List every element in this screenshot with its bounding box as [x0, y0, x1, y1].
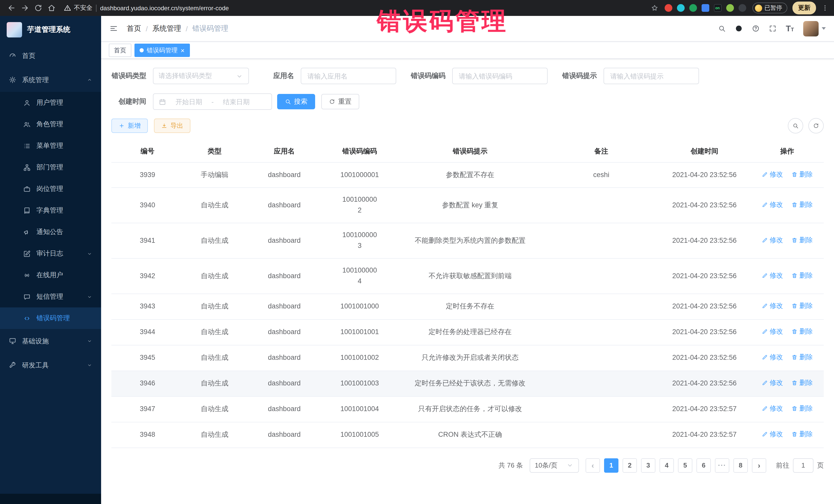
sidebar-item-用户管理[interactable]: 用户管理: [0, 92, 101, 113]
app-name-input[interactable]: [301, 68, 396, 84]
reset-button[interactable]: 重置: [321, 94, 359, 109]
sidebar-item-字典管理[interactable]: 字典管理: [0, 200, 101, 221]
error-code-input[interactable]: [452, 68, 548, 84]
cell-id: 3939: [111, 162, 184, 188]
edit-link[interactable]: 修改: [761, 270, 783, 281]
page-button-3[interactable]: 3: [641, 458, 655, 473]
browser-update-button[interactable]: 更新: [792, 2, 816, 14]
browser-back-icon[interactable]: [5, 2, 18, 14]
edit-link[interactable]: 修改: [761, 235, 783, 245]
cell-hint: 参数配置不存在: [396, 162, 544, 188]
sidebar-toggle-icon[interactable]: [109, 24, 118, 33]
sidebar-item-部门管理[interactable]: 部门管理: [0, 156, 101, 178]
fullscreen-icon[interactable]: [769, 25, 776, 32]
delete-link[interactable]: 删除: [791, 326, 813, 337]
page-button-6[interactable]: 6: [697, 458, 711, 473]
delete-link[interactable]: 删除: [791, 429, 813, 439]
page-button-1[interactable]: 1: [604, 458, 618, 473]
browser-home-icon[interactable]: [45, 2, 58, 14]
edit-link[interactable]: 修改: [761, 429, 783, 439]
sidebar-item-基础设施[interactable]: 基础设施: [0, 329, 101, 353]
delete-link[interactable]: 删除: [791, 270, 813, 281]
cell-time: 2021-04-20 23:52:56: [658, 258, 750, 294]
extension-icon[interactable]: [701, 4, 709, 12]
extension-icon[interactable]: [677, 4, 684, 12]
extension-icon[interactable]: [664, 4, 672, 12]
sidebar-item-角色管理[interactable]: 角色管理: [0, 113, 101, 135]
refresh-table-button[interactable]: [808, 118, 824, 133]
breadcrumb-item[interactable]: 首页: [127, 24, 141, 33]
delete-link[interactable]: 删除: [791, 352, 813, 363]
cell-code: 1001000003: [323, 223, 396, 259]
filter-label: 错误码类型: [111, 71, 146, 81]
search-toggle-button[interactable]: [788, 118, 803, 133]
sidebar-item-错误码管理[interactable]: 错误码管理: [0, 307, 101, 329]
tools-icon: [9, 361, 17, 369]
delete-link[interactable]: 删除: [791, 235, 813, 245]
font-size-icon[interactable]: TT: [786, 24, 794, 32]
sidebar-item-通知公告[interactable]: 通知公告: [0, 221, 101, 243]
page-button-5[interactable]: 5: [678, 458, 692, 473]
address-bar[interactable]: 不安全 dashboard.yudao.iocoder.cn/system/er…: [64, 4, 658, 12]
error-hint-input[interactable]: [603, 68, 699, 84]
delete-link[interactable]: 删除: [791, 403, 813, 414]
tab-首页[interactable]: 首页: [109, 44, 131, 57]
start-date-input[interactable]: [170, 98, 208, 106]
page-button-2[interactable]: 2: [622, 458, 637, 473]
github-icon[interactable]: [735, 25, 743, 32]
edit-link[interactable]: 修改: [761, 301, 783, 311]
user-menu[interactable]: [803, 21, 826, 36]
next-page-button[interactable]: ›: [752, 458, 766, 473]
search-button[interactable]: 搜索: [277, 94, 315, 109]
bookmark-star-icon[interactable]: [651, 4, 658, 12]
delete-link[interactable]: 删除: [791, 200, 813, 210]
extension-icon[interactable]: [726, 4, 734, 12]
browser-menu-icon[interactable]: [821, 4, 829, 12]
page-size-select[interactable]: 10条/页: [530, 458, 579, 473]
browser-forward-icon[interactable]: [19, 2, 31, 14]
edit-link[interactable]: 修改: [761, 200, 783, 210]
edit-link[interactable]: 修改: [761, 326, 783, 337]
end-date-input[interactable]: [217, 98, 255, 106]
extension-on-icon[interactable]: on: [714, 4, 721, 12]
cell-type: 自动生成: [184, 396, 246, 422]
app-logo[interactable]: 芋道管理系统: [0, 16, 101, 44]
sidebar-item-菜单管理[interactable]: 菜单管理: [0, 135, 101, 156]
sidebar-item-研发工具[interactable]: 研发工具: [0, 353, 101, 377]
extensions-puzzle-icon[interactable]: [738, 4, 746, 12]
edit-link[interactable]: 修改: [761, 352, 783, 363]
edit-link[interactable]: 修改: [761, 169, 783, 179]
extension-icon[interactable]: [689, 4, 697, 12]
close-tab-icon[interactable]: ×: [181, 47, 184, 53]
breadcrumb-item[interactable]: 系统管理: [152, 24, 181, 33]
header-search-icon[interactable]: [718, 25, 726, 32]
browser-reload-icon[interactable]: [32, 2, 44, 14]
cell-remark: [544, 294, 659, 320]
sidebar-item-短信管理[interactable]: 短信管理: [0, 286, 101, 307]
more-pages-button[interactable]: ···: [715, 458, 729, 473]
edit-link[interactable]: 修改: [761, 378, 783, 388]
security-warning[interactable]: 不安全: [64, 4, 92, 12]
tab-错误码管理[interactable]: 错误码管理×: [134, 44, 190, 57]
cell-hint: 只允许修改为开启或者关闭状态: [396, 345, 544, 371]
delete-link[interactable]: 删除: [791, 378, 813, 388]
page-button-4[interactable]: 4: [659, 458, 674, 473]
sidebar-item-审计日志[interactable]: 审计日志: [0, 243, 101, 264]
delete-link[interactable]: 删除: [791, 169, 813, 179]
goto-page-input[interactable]: [793, 458, 813, 473]
profile-paused-badge[interactable]: 已暂停: [752, 3, 787, 13]
cell-id: 3945: [111, 345, 184, 371]
date-range-picker[interactable]: -: [153, 93, 272, 110]
page-button-8[interactable]: 8: [733, 458, 748, 473]
sidebar-item-岗位管理[interactable]: 岗位管理: [0, 178, 101, 200]
sidebar-item-首页[interactable]: 首页: [0, 44, 101, 68]
edit-link[interactable]: 修改: [761, 403, 783, 414]
error-type-select[interactable]: 请选择错误码类型: [153, 68, 249, 84]
sidebar-item-系统管理[interactable]: 系统管理: [0, 68, 101, 92]
sidebar-item-在线用户[interactable]: 在线用户: [0, 264, 101, 286]
help-icon[interactable]: [752, 25, 760, 32]
prev-page-button[interactable]: ‹: [586, 458, 600, 473]
add-button[interactable]: 新增: [111, 118, 148, 133]
delete-link[interactable]: 删除: [791, 301, 813, 311]
export-button[interactable]: 导出: [154, 118, 191, 133]
